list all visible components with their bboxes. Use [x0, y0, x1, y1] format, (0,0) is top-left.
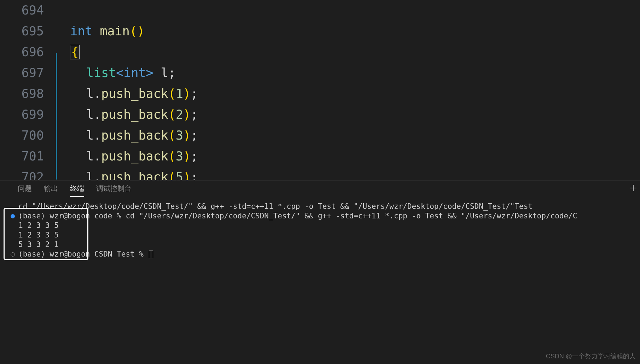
terminal-text: 5 3 3 2 1	[18, 240, 63, 249]
line-number: 695	[0, 21, 55, 42]
code-line[interactable]: 700l.push_back(3);	[0, 125, 640, 146]
code-line[interactable]: 698l.push_back(1);	[0, 83, 640, 104]
terminal-cursor	[149, 251, 153, 258]
code-content	[55, 0, 70, 21]
line-number: 702	[0, 167, 55, 180]
spacer	[11, 243, 15, 247]
code-line[interactable]: 699l.push_back(2);	[0, 104, 640, 125]
bottom-panel: 问题 输出 终端 调试控制台 cd "/Users/wzr/Desktop/co…	[0, 180, 640, 364]
spacer	[11, 224, 15, 228]
watermark: CSDN @一个努力学习编程的人	[546, 352, 636, 360]
terminal-text: (base) wzr@bogon code % cd "/Users/wzr/D…	[18, 211, 577, 221]
code-content: list<int> l;	[55, 63, 176, 83]
code-line[interactable]: 696 {	[0, 42, 640, 63]
line-number: 697	[0, 63, 55, 83]
terminal-line: (base) wzr@bogon CSDN_Test %	[11, 249, 636, 259]
tab-terminal[interactable]: 终端	[70, 181, 84, 196]
tab-problems[interactable]: 问题	[18, 181, 32, 196]
terminal-line: 1 2 3 3 5	[11, 221, 636, 230]
code-content: {	[55, 42, 80, 63]
spacer	[11, 205, 15, 209]
code-content: l.push_back(1);	[55, 83, 198, 104]
panel-tabs: 问题 输出 终端 调试控制台	[0, 181, 640, 196]
terminal-text: 1 2 3 3 5	[18, 230, 63, 240]
terminal-text: (base) wzr@bogon CSDN_Test %	[18, 249, 148, 259]
line-number: 700	[0, 125, 55, 146]
code-content: l.push_back(3);	[55, 146, 198, 167]
terminal-line: cd "/Users/wzr/Desktop/code/CSDN_Test/" …	[11, 202, 636, 211]
code-line[interactable]: 701l.push_back(3);	[0, 146, 640, 167]
prompt-dot-icon	[11, 252, 15, 257]
modified-gutter-bar	[56, 53, 57, 180]
terminal-line: 5 3 3 2 1	[11, 240, 636, 249]
code-line[interactable]: 702l.push_back(5);	[0, 167, 640, 180]
split-terminal-icon[interactable]	[629, 183, 638, 194]
terminal-line: 1 2 3 3 5	[11, 230, 636, 240]
tab-debug-console[interactable]: 调试控制台	[96, 181, 132, 196]
terminal[interactable]: cd "/Users/wzr/Desktop/code/CSDN_Test/" …	[0, 196, 640, 259]
code-line[interactable]: 697list<int> l;	[0, 63, 640, 83]
status-dot-icon	[11, 214, 15, 218]
code-editor[interactable]: 694 695 int main()696 {697list<int> l;69…	[0, 0, 640, 180]
line-number: 696	[0, 42, 55, 63]
line-number: 698	[0, 83, 55, 104]
line-number: 699	[0, 104, 55, 125]
code-line[interactable]: 694	[0, 0, 640, 21]
terminal-line: (base) wzr@bogon code % cd "/Users/wzr/D…	[11, 211, 636, 221]
code-content: l.push_back(5);	[55, 167, 198, 180]
code-content: l.push_back(2);	[55, 104, 198, 125]
code-content: int main()	[55, 21, 145, 42]
spacer	[11, 233, 15, 237]
tab-output[interactable]: 输出	[44, 181, 58, 196]
line-number: 701	[0, 146, 55, 167]
code-content: l.push_back(3);	[55, 125, 198, 146]
terminal-text: cd "/Users/wzr/Desktop/code/CSDN_Test/" …	[18, 202, 533, 211]
terminal-text: 1 2 3 3 5	[18, 221, 63, 230]
line-number: 694	[0, 0, 55, 21]
code-line[interactable]: 695 int main()	[0, 21, 640, 42]
